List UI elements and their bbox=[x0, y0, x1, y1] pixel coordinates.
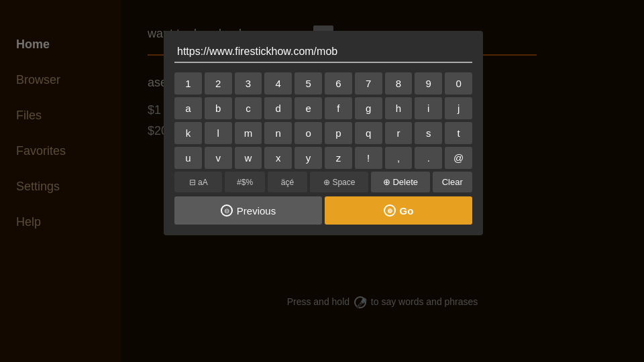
key-x[interactable]: x bbox=[264, 147, 292, 169]
key-v[interactable]: v bbox=[205, 147, 232, 169]
key-a[interactable]: a bbox=[174, 97, 202, 119]
go-button[interactable]: ⊕ Go bbox=[325, 196, 472, 225]
key-b[interactable]: b bbox=[205, 97, 232, 119]
previous-label: Previous bbox=[237, 205, 276, 217]
key-l[interactable]: l bbox=[205, 122, 232, 144]
key-9[interactable]: 9 bbox=[415, 72, 442, 95]
key-s[interactable]: s bbox=[415, 122, 442, 144]
key-5[interactable]: 5 bbox=[294, 72, 322, 95]
key-y[interactable]: y bbox=[294, 147, 322, 169]
key-r[interactable]: r bbox=[385, 122, 413, 144]
key-row-special: ⊟ aA #$% äçé ⊕ Space ⊕ Delete Clear bbox=[174, 172, 472, 192]
previous-icon: ⊖ bbox=[221, 204, 233, 217]
key-3[interactable]: 3 bbox=[235, 72, 262, 95]
key-8[interactable]: 8 bbox=[385, 72, 413, 95]
key-space[interactable]: ⊕ Space bbox=[310, 172, 368, 192]
go-icon: ⊕ bbox=[384, 204, 396, 217]
key-comma[interactable]: , bbox=[385, 147, 413, 169]
key-delete[interactable]: ⊕ Delete bbox=[371, 172, 429, 192]
key-row-k: k l m n o p q r s t bbox=[174, 122, 472, 144]
key-g[interactable]: g bbox=[355, 97, 382, 119]
key-q[interactable]: q bbox=[355, 122, 382, 144]
on-screen-keyboard: 1 2 3 4 5 6 7 8 9 0 a b c d e f g h i j … bbox=[174, 72, 472, 192]
key-4[interactable]: 4 bbox=[264, 72, 292, 95]
key-accents[interactable]: äçé bbox=[268, 172, 307, 192]
go-label: Go bbox=[400, 205, 414, 217]
key-period[interactable]: . bbox=[415, 147, 442, 169]
key-f[interactable]: f bbox=[325, 97, 352, 119]
key-h[interactable]: h bbox=[385, 97, 413, 119]
key-6[interactable]: 6 bbox=[325, 72, 352, 95]
key-2[interactable]: 2 bbox=[205, 72, 232, 95]
key-k[interactable]: k bbox=[174, 122, 202, 144]
key-row-numbers: 1 2 3 4 5 6 7 8 9 0 bbox=[174, 72, 472, 95]
key-at[interactable]: @ bbox=[445, 147, 472, 169]
key-0[interactable]: 0 bbox=[445, 72, 472, 95]
key-e[interactable]: e bbox=[294, 97, 322, 119]
key-symbols[interactable]: #$% bbox=[225, 172, 264, 192]
key-i[interactable]: i bbox=[415, 97, 442, 119]
key-row-u: u v w x y z ! , . @ bbox=[174, 147, 472, 169]
key-mode-toggle[interactable]: ⊟ aA bbox=[174, 172, 222, 192]
key-w[interactable]: w bbox=[235, 147, 262, 169]
key-n[interactable]: n bbox=[264, 122, 292, 144]
key-row-a: a b c d e f g h i j bbox=[174, 97, 472, 119]
key-m[interactable]: m bbox=[235, 122, 262, 144]
keyboard-dialog: 1 2 3 4 5 6 7 8 9 0 a b c d e f g h i j … bbox=[164, 31, 483, 235]
key-d[interactable]: d bbox=[264, 97, 292, 119]
key-t[interactable]: t bbox=[445, 122, 472, 144]
previous-button[interactable]: ⊖ Previous bbox=[174, 196, 322, 225]
url-input[interactable] bbox=[174, 42, 472, 63]
key-1[interactable]: 1 bbox=[174, 72, 202, 95]
key-exclaim[interactable]: ! bbox=[355, 147, 382, 169]
key-o[interactable]: o bbox=[294, 122, 322, 144]
key-z[interactable]: z bbox=[325, 147, 352, 169]
dialog-bottom-buttons: ⊖ Previous ⊕ Go bbox=[174, 196, 472, 225]
key-j[interactable]: j bbox=[445, 97, 472, 119]
key-7[interactable]: 7 bbox=[355, 72, 382, 95]
key-p[interactable]: p bbox=[325, 122, 352, 144]
key-u[interactable]: u bbox=[174, 147, 202, 169]
key-c[interactable]: c bbox=[235, 97, 262, 119]
key-clear[interactable]: Clear bbox=[433, 172, 472, 192]
dialog-tab-indicator bbox=[313, 25, 333, 31]
